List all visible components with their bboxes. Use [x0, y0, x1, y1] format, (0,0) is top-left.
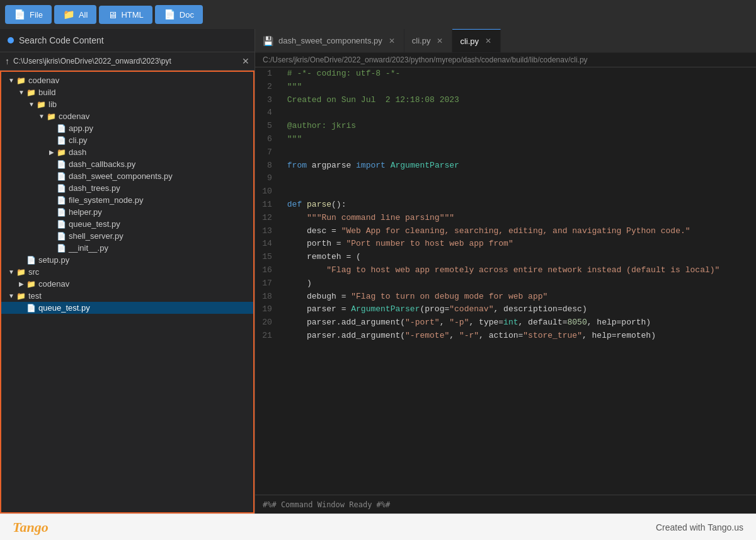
tab-item[interactable]: 💾dash_sweet_components.py✕ [255, 29, 404, 52]
tree-item[interactable]: 📄helper.py [1, 206, 253, 218]
line-number: 11 [255, 198, 282, 212]
line-number: 16 [255, 264, 282, 277]
folder-icon: 📁 [16, 292, 26, 301]
tree-item[interactable]: ▼📁build [1, 86, 253, 98]
tree-item[interactable]: ▼📁codenav [1, 74, 253, 86]
line-number: 2 [255, 81, 282, 94]
tree-item[interactable]: ▼📁test [1, 290, 253, 302]
all-button[interactable]: 📁 All [54, 5, 96, 24]
file-icon: 📄 [14, 9, 26, 20]
html-icon: 🖥 [108, 9, 117, 20]
tree-arrow-icon: ▼ [37, 113, 47, 120]
tree-arrow-icon: ▼ [6, 292, 16, 299]
line-content [282, 146, 756, 159]
tree-item-label: helper.py [69, 207, 102, 217]
tab-save-icon: 💾 [263, 36, 273, 46]
tree-item[interactable]: 📄dash_trees.py [1, 182, 253, 194]
tree-item[interactable]: 📄queue_test.py [1, 302, 253, 314]
file-button[interactable]: 📄 File [5, 5, 52, 24]
tree-item[interactable]: ▶📁dash [1, 146, 253, 158]
tree-arrow-icon: ▼ [6, 268, 16, 275]
code-line: 9 [255, 172, 756, 185]
tree-arrow-icon: ▶ [47, 149, 57, 156]
line-number: 10 [255, 185, 282, 198]
right-panel: 💾dash_sweet_components.py✕cli.py✕cli.py✕… [255, 29, 756, 514]
tree-item[interactable]: 📄setup.py [1, 254, 253, 266]
code-line: 17 ) [255, 277, 756, 290]
tree-item[interactable]: 📄__init__.py [1, 242, 253, 254]
tree-item-label: lib [49, 100, 57, 109]
tree-item[interactable]: 📄dash_sweet_components.py [1, 170, 253, 182]
tab-label: cli.py [412, 36, 431, 45]
line-number: 9 [255, 172, 282, 185]
tree-item-label: file_system_node.py [69, 195, 144, 205]
folder-icon: 📁 [37, 100, 46, 109]
file-path-breadcrumb: C:/Users/jkris/OneDrive/2022_onward/2023… [255, 53, 756, 67]
tree-item-label: dash_trees.py [69, 183, 120, 193]
tree-item-label: app.py [69, 124, 93, 133]
tango-credit: Created with Tango.us [656, 522, 743, 532]
tab-label: dash_sweet_components.py [278, 36, 382, 45]
file-icon: 📄 [57, 232, 66, 241]
path-close-button[interactable]: ✕ [242, 56, 249, 66]
tango-logo: Tango [13, 519, 49, 536]
tree-item[interactable]: 📄app.py [1, 122, 253, 134]
code-line: 7 [255, 146, 756, 159]
path-text: C:\Users\jkris\OneDrive\2022_onward\2023… [13, 57, 238, 66]
file-icon: 📄 [57, 160, 66, 169]
tree-item-label: setup.py [38, 255, 69, 265]
tree-item[interactable]: 📄file_system_node.py [1, 194, 253, 206]
toolbar: 📄 File 📁 All 🖥 HTML 📄 Doc [0, 0, 756, 29]
tree-item[interactable]: 📄cli.py [1, 134, 253, 146]
tab-label: cli.py [460, 37, 479, 46]
tree-item[interactable]: ▼📁codenav [1, 110, 253, 122]
tree-item[interactable]: ▼📁lib [1, 98, 253, 110]
line-content: desc = "Web App for cleaning, searching,… [282, 225, 756, 238]
tabs-bar: 💾dash_sweet_components.py✕cli.py✕cli.py✕ [255, 29, 756, 53]
line-number: 7 [255, 146, 282, 159]
path-upload-icon: ↑ [5, 56, 9, 66]
code-line: 3Created on Sun Jul 2 12:18:08 2023 [255, 94, 756, 107]
tree-item[interactable]: 📄queue_test.py [1, 218, 253, 230]
tab-item[interactable]: cli.py✕ [404, 29, 453, 52]
line-number: 3 [255, 94, 282, 107]
line-number: 14 [255, 238, 282, 251]
line-number: 17 [255, 277, 282, 290]
tree-item[interactable]: ▼📁src [1, 266, 253, 278]
terminal-bar: #%# Command Window Ready #%# [255, 495, 756, 514]
code-line: 18 debugh = "Flag to turn on debug mode … [255, 290, 756, 304]
all-button-label: All [79, 10, 88, 20]
doc-button[interactable]: 📄 Doc [155, 5, 203, 24]
code-area[interactable]: 1# -*- coding: utf-8 -*-2"""3Created on … [255, 67, 756, 495]
tree-item[interactable]: 📄dash_callbacks.py [1, 158, 253, 170]
line-number: 8 [255, 159, 282, 173]
line-content [282, 106, 756, 120]
html-button[interactable]: 🖥 HTML [99, 6, 152, 24]
all-icon: 📁 [63, 9, 75, 20]
tab-close-button[interactable]: ✕ [435, 37, 444, 45]
line-number: 5 [255, 120, 282, 133]
line-number: 13 [255, 225, 282, 238]
tree-item-label: test [28, 291, 42, 301]
path-bar: ↑ C:\Users\jkris\OneDrive\2022_onward\20… [0, 52, 255, 71]
html-button-label: HTML [121, 10, 143, 20]
tab-close-button[interactable]: ✕ [387, 37, 396, 45]
line-number: 6 [255, 133, 282, 146]
tree-item[interactable]: ▶📁codenav [1, 278, 253, 290]
tree-item-label: cli.py [69, 135, 88, 145]
line-number: 15 [255, 251, 282, 264]
code-line: 16 "Flag to host web app remotely across… [255, 264, 756, 277]
line-content: def parse(): [282, 198, 756, 212]
line-content: parser = ArgumentParser(prog="codenav", … [282, 303, 756, 316]
code-line: 1# -*- coding: utf-8 -*- [255, 67, 756, 81]
line-content: parser.add_argument("-remote", "-r", act… [282, 330, 756, 343]
code-line: 19 parser = ArgumentParser(prog="codenav… [255, 303, 756, 316]
file-icon: 📄 [57, 220, 66, 229]
tab-item[interactable]: cli.py✕ [452, 29, 501, 52]
tree-item[interactable]: 📄shell_server.py [1, 230, 253, 242]
tab-close-button[interactable]: ✕ [484, 37, 493, 45]
folder-icon: 📁 [16, 268, 26, 277]
file-icon: 📄 [57, 172, 66, 181]
folder-icon: 📁 [26, 280, 36, 289]
code-line: 6""" [255, 133, 756, 146]
